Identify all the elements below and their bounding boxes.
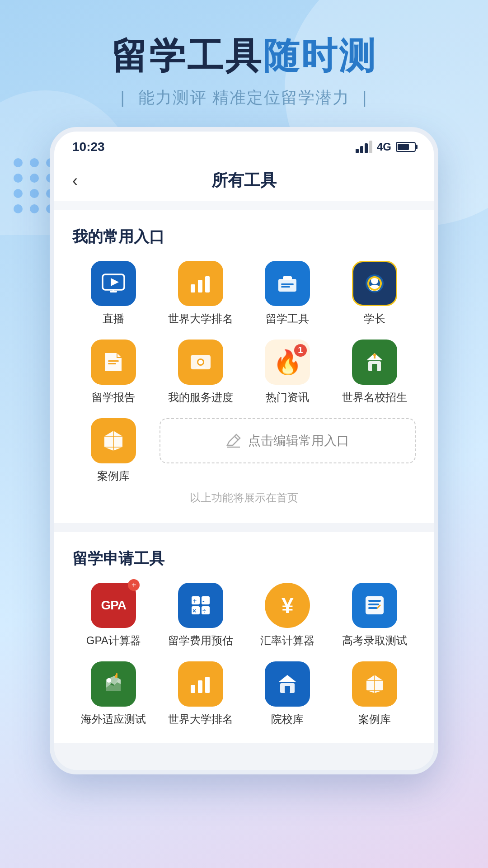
svg-rect-37: [368, 600, 381, 602]
network-label: 4G: [377, 141, 391, 153]
tools-label: 留学工具: [266, 311, 309, 326]
overseas-icon: [91, 661, 136, 707]
hero-section: 留学工具随时测 | 能力测评 精准定位留学潜力 |: [0, 0, 488, 127]
page-title: 所有工具: [211, 170, 277, 192]
edit-label: 点击编辑常用入口: [248, 432, 349, 449]
senior-label: 学长: [364, 311, 385, 326]
svg-rect-7: [278, 279, 296, 292]
admission-icon: [352, 340, 397, 385]
hero-title-blue: 随时测: [263, 36, 377, 76]
news-label: 热门资讯: [266, 390, 309, 405]
svg-rect-23: [372, 364, 377, 371]
frequent-item-report[interactable]: 留学报告: [72, 340, 155, 405]
frequent-item-progress[interactable]: 我的服务进度: [160, 340, 242, 405]
frequent-section: 我的常用入口 直播 世界大学排名: [54, 210, 434, 523]
case2-label: 案例库: [358, 712, 391, 726]
hero-title-black: 留学工具: [111, 36, 263, 76]
ranking2-icon: [178, 661, 223, 707]
report-label: 留学报告: [92, 390, 135, 405]
senior-icon: [352, 261, 397, 306]
study-icon-grid: GPA + GPA计算器 +-×÷ 留学费用预估: [72, 583, 416, 726]
status-time: 10:23: [72, 140, 105, 154]
hero-subtitle: | 能力测评 精准定位留学潜力 |: [0, 87, 488, 109]
study-item-gaokao[interactable]: 高考录取测试: [333, 583, 416, 648]
svg-text:-: -: [202, 597, 205, 604]
gpa-icon: GPA +: [91, 583, 136, 628]
svg-rect-47: [285, 686, 290, 693]
svg-marker-1: [111, 278, 119, 286]
news-icon: 🔥 1: [265, 340, 310, 385]
footer-note: 以上功能将展示在首页: [72, 483, 416, 507]
frequent-item-live[interactable]: 直播: [72, 261, 155, 326]
cases-icon: [91, 418, 136, 463]
frequent-item-news[interactable]: 🔥 1 热门资讯: [246, 340, 329, 405]
frequent-item-tools[interactable]: 留学工具: [246, 261, 329, 326]
exchange-label: 汇率计算器: [260, 633, 314, 648]
svg-rect-15: [108, 360, 119, 362]
admission-label: 世界名校招生: [342, 390, 407, 405]
frequent-item-admission[interactable]: 世界名校招生: [333, 340, 416, 405]
frequent-item-cases[interactable]: 案例库: [72, 418, 155, 483]
svg-rect-16: [108, 363, 116, 364]
svg-rect-41: [116, 673, 117, 678]
svg-text:×: ×: [192, 607, 196, 614]
school-icon: [265, 661, 310, 707]
study-item-gpa[interactable]: GPA + GPA计算器: [72, 583, 155, 648]
app-header: ‹ 所有工具: [54, 159, 434, 201]
svg-rect-6: [205, 276, 210, 292]
svg-rect-43: [198, 680, 202, 693]
study-item-exchange[interactable]: ¥ 汇率计算器: [246, 583, 329, 648]
svg-rect-4: [191, 284, 195, 292]
study-item-cost[interactable]: +-×÷ 留学费用预估: [160, 583, 242, 648]
case2-icon: [352, 661, 397, 707]
phone-container: 10:23 4G ‹ 所有工具 我的常用: [0, 127, 488, 774]
svg-rect-42: [191, 685, 195, 693]
study-item-school[interactable]: 院校库: [246, 661, 329, 726]
gpa-label: GPA计算器: [86, 633, 141, 648]
gaokao-label: 高考录取测试: [342, 633, 407, 648]
svg-rect-48: [286, 679, 289, 682]
frequent-section-title: 我的常用入口: [72, 226, 416, 247]
cost-icon: +-×÷: [178, 583, 223, 628]
app-content: 我的常用入口 直播 世界大学排名: [54, 210, 434, 770]
svg-rect-44: [205, 677, 210, 693]
cases-label: 案例库: [97, 469, 130, 483]
battery-icon: [396, 142, 416, 152]
svg-rect-9: [281, 283, 294, 285]
ranking-label: 世界大学排名: [168, 311, 233, 326]
live-icon: [91, 261, 136, 306]
status-right: 4G: [356, 141, 416, 153]
overseas-label: 海外适应测试: [81, 712, 146, 726]
svg-rect-39: [368, 607, 377, 609]
svg-rect-3: [113, 290, 114, 292]
svg-text:÷: ÷: [202, 607, 206, 614]
frequent-item-ranking[interactable]: 世界大学排名: [160, 261, 242, 326]
svg-rect-8: [283, 276, 292, 280]
cost-label: 留学费用预估: [168, 633, 233, 648]
svg-rect-20: [196, 367, 205, 368]
frequent-item-senior[interactable]: 学长: [333, 261, 416, 326]
study-section-title: 留学申请工具: [72, 548, 416, 569]
signal-icon: [356, 141, 372, 153]
ranking2-label: 世界大学排名: [168, 712, 233, 726]
status-bar: 10:23 4G: [54, 132, 434, 159]
hero-title: 留学工具随时测: [0, 36, 488, 76]
progress-label: 我的服务进度: [168, 390, 233, 405]
edit-frequent-button[interactable]: 点击编辑常用入口: [160, 418, 416, 463]
back-button[interactable]: ‹: [72, 171, 78, 190]
tools-icon: [265, 261, 310, 306]
svg-point-25: [373, 354, 376, 356]
study-item-case2[interactable]: 案例库: [333, 661, 416, 726]
frequent-icon-grid: 直播 世界大学排名 留学工具: [72, 261, 416, 483]
school-label: 院校库: [271, 712, 304, 726]
progress-icon: [178, 340, 223, 385]
study-item-overseas[interactable]: 海外适应测试: [72, 661, 155, 726]
svg-text:+: +: [193, 597, 197, 604]
svg-point-40: [107, 678, 111, 683]
report-icon: [91, 340, 136, 385]
svg-rect-10: [281, 286, 290, 288]
ranking-icon: [178, 261, 223, 306]
svg-rect-38: [368, 604, 379, 605]
study-item-ranking2[interactable]: 世界大学排名: [160, 661, 242, 726]
exchange-icon: ¥: [265, 583, 310, 628]
